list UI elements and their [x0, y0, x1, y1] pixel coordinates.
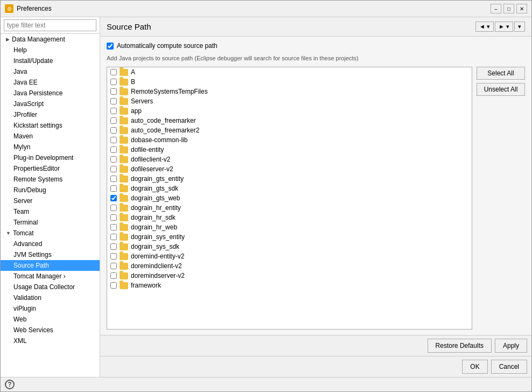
sidebar-item-java[interactable]: Java: [1, 66, 100, 77]
sidebar-item-validation[interactable]: Validation: [1, 292, 100, 303]
project-checkbox[interactable]: [110, 69, 117, 75]
apply-button[interactable]: Apply: [495, 339, 527, 353]
bottom-right-buttons: Restore Defaults Apply: [428, 339, 527, 353]
project-checkbox[interactable]: [110, 253, 117, 260]
close-button[interactable]: ✕: [516, 4, 527, 13]
auto-compute-label: Automatically compute source path: [117, 42, 218, 50]
sidebar-label: Remote Systems: [13, 176, 62, 183]
restore-defaults-button[interactable]: Restore Defaults: [428, 339, 492, 353]
sidebar-item-data-management[interactable]: ▶ Data Management: [1, 34, 100, 45]
project-checkbox[interactable]: [110, 127, 117, 134]
list-item[interactable]: dograin_hr_sdk: [107, 213, 472, 222]
project-checkbox[interactable]: [110, 263, 117, 269]
project-checkbox[interactable]: [110, 224, 117, 230]
project-checkbox[interactable]: [110, 272, 117, 279]
list-item[interactable]: dofileserver-v2: [107, 164, 472, 174]
project-checkbox[interactable]: [110, 146, 117, 153]
cancel-button[interactable]: Cancel: [491, 360, 527, 374]
sidebar-item-source-path[interactable]: Source Path: [1, 260, 100, 271]
project-checkbox[interactable]: [110, 282, 117, 289]
sidebar-item-tomcat[interactable]: ▼ Tomcat: [1, 228, 100, 239]
project-checkbox[interactable]: [110, 195, 117, 201]
sidebar-item-web[interactable]: Web: [1, 314, 100, 325]
project-checkbox[interactable]: [110, 156, 117, 163]
folder-icon: [120, 127, 128, 134]
list-item[interactable]: dograin_sys_sdk: [107, 242, 472, 251]
list-item[interactable]: framework: [107, 281, 472, 290]
sidebar-item-web-services[interactable]: Web Services: [1, 325, 100, 335]
sidebar-item-javascript[interactable]: JavaScript: [1, 99, 100, 109]
sidebar-item-java-ee[interactable]: Java EE: [1, 77, 100, 88]
project-checkbox[interactable]: [110, 176, 117, 182]
sidebar-item-terminal[interactable]: Terminal: [1, 217, 100, 228]
project-checkbox[interactable]: [110, 79, 117, 85]
project-checkbox[interactable]: [110, 214, 117, 221]
sidebar-item-team[interactable]: Team: [1, 206, 100, 217]
sidebar-item-jvm-settings[interactable]: JVM Settings: [1, 249, 100, 260]
sidebar-item-server[interactable]: Server: [1, 195, 100, 206]
list-item[interactable]: dobase-common-lib: [107, 135, 472, 145]
list-item[interactable]: dofile-entity: [107, 145, 472, 155]
project-name: dograin_gts_web: [131, 194, 180, 202]
sidebar-item-advanced[interactable]: Advanced: [1, 239, 100, 249]
list-item[interactable]: dograin_gts_entity: [107, 174, 472, 184]
list-item[interactable]: dograin_sys_entity: [107, 232, 472, 242]
list-item[interactable]: B: [107, 77, 472, 87]
sidebar-item-kickstart[interactable]: Kickstart settings: [1, 120, 100, 131]
project-checkbox[interactable]: [110, 234, 117, 240]
sidebar-item-mylyn[interactable]: Mylyn: [1, 142, 100, 152]
help-button[interactable]: ?: [5, 380, 15, 389]
list-item[interactable]: dograin_hr_web: [107, 222, 472, 232]
list-item[interactable]: Servers: [107, 96, 472, 106]
project-checkbox[interactable]: [110, 88, 117, 95]
list-item[interactable]: doremindclient-v2: [107, 261, 472, 271]
list-item[interactable]: A: [107, 67, 472, 77]
sidebar-item-xml[interactable]: XML: [1, 335, 100, 346]
list-item[interactable]: dofileclient-v2: [107, 155, 472, 164]
forward-button[interactable]: ► ▾: [495, 22, 513, 32]
sidebar-item-plugin-dev[interactable]: Plug-in Development: [1, 152, 100, 163]
back-button[interactable]: ◄ ▾: [475, 22, 494, 32]
hint-text: Add Java projects to source path (Eclips…: [107, 54, 525, 62]
project-checkbox[interactable]: [110, 205, 117, 211]
sidebar-item-help[interactable]: Help: [1, 45, 100, 55]
project-checkbox[interactable]: [110, 108, 117, 114]
sidebar-item-usage-data-collector[interactable]: Usage Data Collector: [1, 282, 100, 292]
list-item[interactable]: dograin_gts_sdk: [107, 184, 472, 193]
ok-button[interactable]: OK: [462, 360, 487, 374]
unselect-all-button[interactable]: Unselect All: [477, 83, 525, 96]
project-checkbox[interactable]: [110, 117, 117, 124]
list-item[interactable]: auto_code_freemarker: [107, 116, 472, 125]
sidebar-item-properties-editor[interactable]: PropertiesEditor: [1, 163, 100, 174]
list-item[interactable]: app: [107, 106, 472, 116]
auto-compute-checkbox[interactable]: [107, 43, 114, 50]
minimize-button[interactable]: –: [491, 4, 501, 13]
sidebar-item-viplugin[interactable]: viPlugin: [1, 303, 100, 314]
sidebar-item-jprofiler[interactable]: JProfiler: [1, 109, 100, 120]
project-checkbox[interactable]: [110, 166, 117, 172]
list-item[interactable]: dograin_gts_web: [107, 193, 472, 203]
project-checkbox[interactable]: [110, 243, 117, 250]
sidebar-item-tomcat-manager[interactable]: Tomcat Manager ›: [1, 271, 100, 282]
expand-arrow-icon: ▶: [6, 37, 10, 42]
sidebar-item-maven[interactable]: Maven: [1, 131, 100, 142]
search-input[interactable]: [4, 19, 96, 31]
sidebar-item-install-update[interactable]: Install/Update: [1, 55, 100, 66]
select-all-button[interactable]: Select All: [477, 67, 525, 80]
list-item[interactable]: auto_code_freemarker2: [107, 125, 472, 135]
list-item[interactable]: doremind-entity-v2: [107, 251, 472, 261]
project-checkbox[interactable]: [110, 98, 117, 104]
sidebar-item-java-persistence[interactable]: Java Persistence: [1, 88, 100, 99]
folder-icon: [120, 195, 128, 202]
list-item[interactable]: doremindserver-v2: [107, 271, 472, 281]
menu-button[interactable]: ▾: [514, 22, 525, 32]
main-content: ▶ Data Management Help Install/Update Ja…: [1, 17, 531, 377]
sidebar-item-remote-systems[interactable]: Remote Systems: [1, 174, 100, 185]
project-checkbox[interactable]: [110, 185, 117, 192]
list-item[interactable]: dograin_hr_entity: [107, 203, 472, 213]
projects-list[interactable]: ABRemoteSystemsTempFilesServersappauto_c…: [107, 67, 472, 330]
sidebar-item-run-debug[interactable]: Run/Debug: [1, 185, 100, 195]
list-item[interactable]: RemoteSystemsTempFiles: [107, 87, 472, 96]
maximize-button[interactable]: □: [503, 4, 514, 13]
project-checkbox[interactable]: [110, 137, 117, 143]
